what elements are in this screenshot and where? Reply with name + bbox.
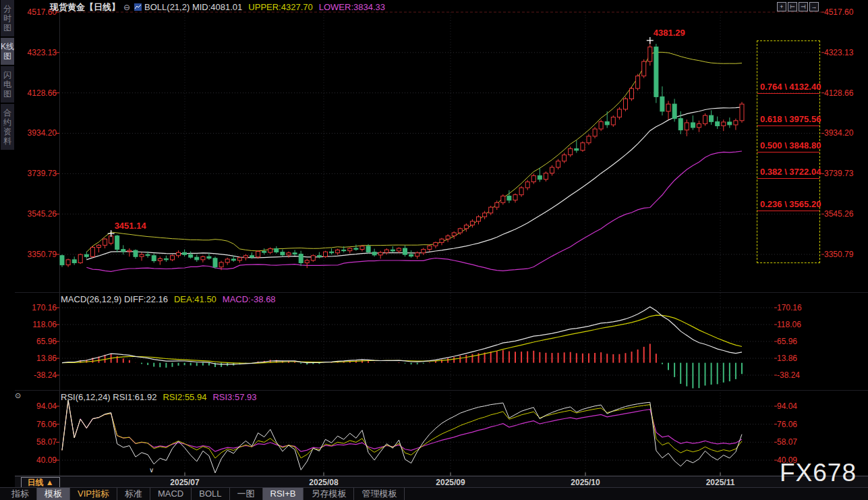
boll-label: BOLL(21,2) xyxy=(144,2,190,12)
price-axis-label-left: 3545.26 xyxy=(15,209,57,219)
fib-label-3: 0.382 \ 3722.04 xyxy=(760,167,821,177)
rsi-axis-label-right: 94.04 xyxy=(777,401,819,411)
rsi-collapse-icon[interactable]: ⊙ xyxy=(15,391,21,400)
macd-axis-label-right: 65.96 xyxy=(777,337,819,346)
tab-6[interactable]: 一图 xyxy=(230,488,263,500)
collapse-icon[interactable]: ⊖ xyxy=(123,3,130,12)
rsi1-value: RSI1:61.92 xyxy=(113,392,156,402)
axis-scale-left-icon[interactable]: ⊢ xyxy=(788,2,797,11)
price-axis-label-left: 3934.20 xyxy=(15,128,57,138)
fibonacci-retracement-box[interactable]: 0.764 \ 4132.400.618 \ 3975.560.500 \ 38… xyxy=(757,40,820,263)
fib-line-0 xyxy=(757,93,819,94)
symbol-title: 现货黄金【日线】 xyxy=(50,2,120,12)
fib-line-2 xyxy=(757,152,819,152)
rsi-axis-label-left: 58.07 xyxy=(15,437,57,447)
macd-axis-label-right: 118.06 xyxy=(777,320,819,329)
indicator-chart-icon xyxy=(134,3,142,10)
boll-lower-value: LOWER:3834.33 xyxy=(319,2,385,12)
watermark: FX678 xyxy=(780,459,857,487)
rsi2-value: RSI2:55.94 xyxy=(163,392,206,402)
fib-line-3 xyxy=(757,178,819,179)
x-axis-label: 2025/10 xyxy=(565,478,606,487)
macd-axis-label-left: 118.06 xyxy=(15,320,57,329)
macd-axis-label-right: 170.16 xyxy=(777,303,819,312)
price-annotation-0: 3451.14 xyxy=(115,221,146,231)
price-axis-label-right: 4128.66 xyxy=(824,88,866,98)
rsi-title: RSI(6,12,24) xyxy=(61,392,111,402)
rsi-axis-label-right: 58.07 xyxy=(777,437,819,447)
tab-3[interactable]: 标准 xyxy=(117,488,150,500)
axis-scale-right-icon[interactable]: ⊣ xyxy=(799,2,808,11)
rsi-header: RSI(6,12,24) RSI1:61.92RSI2:55.94RSI3:57… xyxy=(61,392,256,402)
rsi-axis-label-left: 94.04 xyxy=(15,401,57,411)
scroll-marker-icon: ∨ xyxy=(149,466,154,474)
x-axis-label: 2025/09 xyxy=(430,478,471,487)
macd-axis-label-right: -38.24 xyxy=(777,370,819,380)
price-axis-label-right: 4323.13 xyxy=(824,48,866,57)
chart-canvas[interactable] xyxy=(0,0,868,500)
macd-axis-label-left: 13.86 xyxy=(15,354,57,363)
tab-2[interactable]: VIP指标 xyxy=(70,488,117,500)
price-axis-label-right: 3350.79 xyxy=(824,250,866,259)
fib-line-4 xyxy=(757,211,819,211)
boll-mid-value: MID:4081.01 xyxy=(192,2,242,12)
x-axis-label: 2025/08 xyxy=(303,478,344,487)
price-axis-label-right: 3934.20 xyxy=(824,128,866,138)
main-header: 现货黄金【日线】⊖BOLL(21,2) MID:4081.01UPPER:432… xyxy=(50,1,385,13)
tab-5[interactable]: BOLL xyxy=(192,488,229,500)
macd-axis-label-left: 170.16 xyxy=(15,303,57,312)
macd-axis-label-left: -38.24 xyxy=(15,370,57,380)
x-axis-label: 2025/07 xyxy=(165,478,205,487)
tab-1[interactable]: 模板 xyxy=(37,488,70,500)
price-axis-label-right: 3545.26 xyxy=(824,209,866,219)
fib-label-1: 0.618 \ 3975.56 xyxy=(760,114,821,124)
price-axis-label-left: 4323.13 xyxy=(15,48,57,57)
macd-header: MACD(26,12,9) DIFF:22.16DEA:41.50MACD:-3… xyxy=(61,294,276,304)
macd-diff-value: DIFF:22.16 xyxy=(124,294,168,304)
chart-app: 分时图K线图闪电图合约资料 现货黄金【日线】⊖BOLL(21,2) MID:40… xyxy=(0,0,868,500)
x-axis-label: 2025/11 xyxy=(700,478,741,487)
price-annotation-1: 4381.29 xyxy=(654,28,685,38)
rsi-axis-label-right: 76.06 xyxy=(777,420,819,429)
tab-8[interactable]: 另存模板 xyxy=(303,488,354,500)
boll-upper-value: UPPER:4327.70 xyxy=(248,2,312,12)
fib-label-4: 0.236 \ 3565.20 xyxy=(760,199,821,209)
fib-label-2: 0.500 \ 3848.80 xyxy=(760,140,821,150)
macd-value: MACD:-38.68 xyxy=(223,294,276,304)
tab-7[interactable]: RSI+B xyxy=(263,488,304,500)
macd-axis-label-right: 13.86 xyxy=(777,354,819,363)
macd-title: MACD(26,12,9) xyxy=(61,294,121,304)
tab-4[interactable]: MACD xyxy=(150,488,192,500)
fib-label-0: 0.764 \ 4132.40 xyxy=(760,82,821,92)
sidebar-item-1[interactable]: K线图 xyxy=(1,38,14,65)
toolbar: + ⊢ ⊣ → xyxy=(777,2,819,11)
price-axis-label-right: 4517.60 xyxy=(824,7,866,17)
tab-0[interactable]: 指标 xyxy=(4,488,37,500)
pan-right-icon[interactable]: → xyxy=(809,2,819,11)
price-axis-label-left: 3350.79 xyxy=(15,250,57,259)
sidebar-item-0[interactable]: 分时图 xyxy=(1,0,14,36)
tab-row: 指标模板VIP指标标准MACDBOLL一图RSI+B另存模板管理模板 xyxy=(0,487,868,500)
crosshair-icon[interactable]: + xyxy=(777,2,786,11)
rsi3-value: RSI3:57.93 xyxy=(212,392,256,402)
tab-9[interactable]: 管理模板 xyxy=(354,488,405,500)
period-selector[interactable]: 日线 ▲ xyxy=(21,477,60,488)
macd-dea-value: DEA:41.50 xyxy=(174,294,216,304)
rsi-axis-label-left: 40.09 xyxy=(15,455,57,465)
rsi-axis-label-left: 76.06 xyxy=(15,420,57,429)
chart-type-sidebar: 分时图K线图闪电图合约资料 xyxy=(0,0,15,500)
sidebar-item-2[interactable]: 闪电图 xyxy=(1,66,14,103)
price-axis-label-right: 3739.73 xyxy=(824,169,866,178)
fib-line-1 xyxy=(757,126,819,126)
sidebar-item-3[interactable]: 合约资料 xyxy=(1,104,14,150)
price-axis-label-left: 4128.66 xyxy=(15,88,57,98)
macd-axis-label-left: 65.96 xyxy=(15,337,57,346)
price-axis-label-left: 3739.73 xyxy=(15,169,57,178)
